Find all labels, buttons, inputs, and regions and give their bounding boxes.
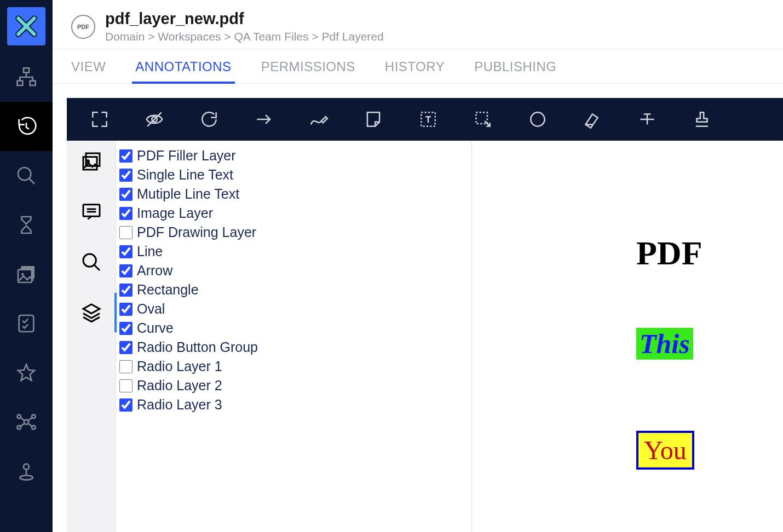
side-search[interactable] <box>78 249 105 275</box>
tool-note[interactable] <box>346 98 401 141</box>
layer-item[interactable]: Mutiple Line Text <box>119 184 468 204</box>
layer-item[interactable]: Curve <box>119 319 468 338</box>
nav-search[interactable] <box>0 151 53 200</box>
side-comments[interactable] <box>78 199 105 225</box>
nav-sitemap[interactable] <box>0 53 53 102</box>
layer-item[interactable]: Radio Button Group <box>119 338 468 357</box>
layer-checkbox[interactable] <box>119 188 133 201</box>
breadcrumb[interactable]: Domain > Workspaces > QA Team Files > Pd… <box>105 30 384 43</box>
tool-arrow[interactable] <box>237 98 291 141</box>
expand-icon <box>89 109 110 130</box>
app-nav <box>0 0 53 532</box>
media-library-icon <box>15 263 37 285</box>
layer-label: PDF Drawing Layer <box>137 224 256 240</box>
tab-publishing[interactable]: PUBLISHING <box>474 59 556 83</box>
svg-point-14 <box>20 476 32 480</box>
layer-label: Single Line Text <box>137 167 233 183</box>
svg-point-23 <box>83 254 96 267</box>
layer-checkbox[interactable] <box>119 360 133 373</box>
stamp-icon <box>692 109 712 130</box>
star-icon <box>15 362 37 384</box>
side-layers[interactable] <box>78 299 105 326</box>
side-thumbnails[interactable] <box>78 148 105 175</box>
layer-item[interactable]: PDF Filler Layer <box>119 146 468 165</box>
sitemap-icon <box>15 66 37 88</box>
network-icon <box>15 411 37 433</box>
tool-fullscreen[interactable] <box>72 98 127 141</box>
tool-area[interactable] <box>456 98 510 141</box>
layer-item[interactable]: Radio Layer 3 <box>119 395 468 414</box>
eraser-icon <box>582 109 603 130</box>
nav-account[interactable] <box>0 447 53 496</box>
comments-icon <box>80 201 102 223</box>
layer-checkbox[interactable] <box>119 264 133 277</box>
layer-item[interactable]: Oval <box>119 299 468 319</box>
preview-highlight-text: This <box>636 328 693 360</box>
layer-item[interactable]: Radio Layer 1 <box>119 357 468 376</box>
arrow-right-icon <box>254 109 274 130</box>
svg-rect-0 <box>24 68 29 72</box>
layers-panel: PDF Filler LayerSingle Line TextMutiple … <box>116 141 472 532</box>
tab-permissions[interactable]: PERMISSIONS <box>261 59 355 83</box>
nav-history[interactable] <box>0 102 53 151</box>
svg-point-3 <box>18 167 31 180</box>
layer-item[interactable]: PDF Drawing Layer <box>119 223 468 242</box>
nav-favorites[interactable] <box>0 348 53 397</box>
nav-network[interactable] <box>0 397 53 447</box>
layer-label: Image Layer <box>137 205 213 221</box>
layer-label: Radio Layer 3 <box>137 397 222 413</box>
svg-rect-5 <box>18 270 32 282</box>
tab-view[interactable]: VIEW <box>71 59 106 83</box>
layer-item[interactable]: Single Line Text <box>119 165 468 184</box>
area-edit-icon <box>473 109 493 130</box>
tool-visibility[interactable] <box>127 98 182 141</box>
tool-textbox[interactable] <box>401 98 456 141</box>
layer-checkbox[interactable] <box>119 303 133 316</box>
thumbnails-icon <box>80 151 102 172</box>
app-logo[interactable] <box>0 0 53 53</box>
tool-strikethrough[interactable] <box>620 98 675 141</box>
nav-tasks[interactable] <box>0 299 53 348</box>
layer-checkbox[interactable] <box>119 341 133 354</box>
tool-circle[interactable] <box>510 98 565 141</box>
layer-checkbox[interactable] <box>119 322 133 335</box>
tool-stamp[interactable] <box>675 98 729 141</box>
eye-off-icon <box>144 109 165 130</box>
search-icon <box>80 251 102 273</box>
layer-item[interactable]: Radio Layer 2 <box>119 376 468 395</box>
layers-icon <box>80 302 102 323</box>
svg-point-8 <box>24 420 28 424</box>
strikethrough-icon <box>637 109 658 130</box>
layer-item[interactable]: Line <box>119 242 468 261</box>
document-preview[interactable]: PDF This You <box>472 141 783 532</box>
svg-rect-22 <box>83 205 100 217</box>
layer-item[interactable]: Arrow <box>119 261 468 280</box>
history-icon <box>15 115 37 137</box>
layer-checkbox[interactable] <box>119 169 133 182</box>
sticky-note-icon <box>363 109 384 130</box>
svg-rect-7 <box>19 315 34 332</box>
text-box-icon <box>418 109 439 130</box>
layer-checkbox[interactable] <box>119 226 133 239</box>
tool-eraser[interactable] <box>565 98 620 141</box>
nav-media[interactable] <box>0 250 53 299</box>
tool-draw[interactable] <box>291 98 346 141</box>
file-title: pdf_layer_new.pdf <box>105 10 384 28</box>
layer-item[interactable]: Rectangle <box>119 280 468 299</box>
tab-annotations[interactable]: ANNOTATIONS <box>135 59 231 83</box>
layer-label: Mutiple Line Text <box>137 186 239 202</box>
layer-label: Oval <box>137 301 165 317</box>
layer-checkbox[interactable] <box>119 284 133 297</box>
layer-checkbox[interactable] <box>119 207 133 220</box>
layer-label: Radio Button Group <box>137 339 258 355</box>
layer-checkbox[interactable] <box>119 398 133 412</box>
layer-checkbox[interactable] <box>119 379 133 392</box>
tabs: VIEW ANNOTATIONS PERMISSIONS HISTORY PUB… <box>53 49 783 84</box>
layer-checkbox[interactable] <box>119 245 133 258</box>
tab-history[interactable]: HISTORY <box>385 59 445 83</box>
nav-pending[interactable] <box>0 200 53 250</box>
layer-checkbox[interactable] <box>119 149 133 163</box>
tool-rotate[interactable] <box>182 98 237 141</box>
layer-item[interactable]: Image Layer <box>119 204 468 223</box>
hourglass-icon <box>15 214 37 236</box>
